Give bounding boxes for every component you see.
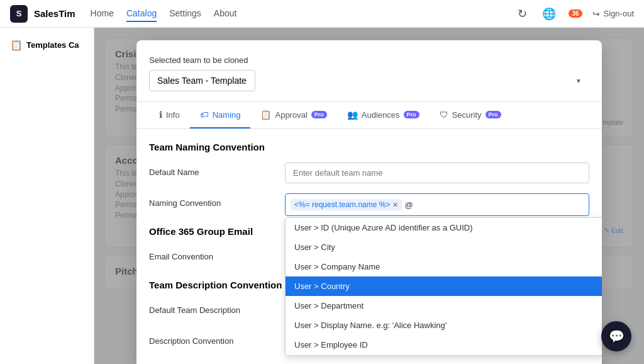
naming-tag: <%= request.team.name %> ✕	[291, 199, 402, 210]
nav-settings[interactable]: Settings	[169, 6, 201, 22]
desc-convention-label: Description Convention	[149, 331, 275, 346]
sidebar-icon: 📋	[10, 39, 23, 51]
approval-pro-badge: Pro	[311, 111, 327, 118]
tab-naming[interactable]: 🏷 Naming	[190, 102, 251, 128]
security-tab-icon: 🛡	[440, 110, 448, 120]
nav-home[interactable]: Home	[91, 6, 114, 22]
naming-tag-close[interactable]: ✕	[392, 201, 398, 209]
team-select-row: Sales Team - Template	[149, 70, 589, 91]
naming-convention-row: Naming Convention <%= request.team.name …	[149, 193, 589, 216]
team-select[interactable]: Sales Team - Template	[149, 70, 255, 91]
dropdown-item-7[interactable]: User > Given Name	[286, 355, 602, 356]
nav-catalog[interactable]: Catalog	[126, 6, 157, 22]
dropdown-item-5[interactable]: User > Display Name. e.g: 'Alice Hawking…	[286, 316, 602, 335]
globe-icon[interactable]: 🌐	[540, 4, 558, 23]
main-content: Crisis Manag... This temp...Cloned T...A…	[94, 28, 644, 364]
at-symbol: @	[404, 200, 413, 210]
chat-icon: 💬	[609, 329, 625, 344]
team-select-wrapper: Sales Team - Template	[149, 70, 589, 91]
approval-tab-icon: 📋	[260, 110, 271, 120]
sign-out-icon: ↪	[592, 9, 600, 19]
layout: 📋 Templates Ca Crisis Manag... This temp…	[0, 28, 644, 364]
navbar: S SalesTim Home Catalog Settings About ↻…	[0, 0, 644, 28]
security-pro-badge: Pro	[486, 111, 501, 118]
audiences-tab-icon: 👥	[347, 110, 358, 120]
info-tab-icon: ℹ	[159, 110, 162, 120]
modal-overlay: Selected team to be cloned Sales Team - …	[94, 28, 644, 364]
naming-section-title: Team Naming Convention	[149, 142, 589, 152]
modal-dialog: Selected team to be cloned Sales Team - …	[136, 40, 602, 364]
tab-security[interactable]: 🛡 Security Pro	[430, 102, 511, 128]
sidebar: 📋 Templates Ca	[0, 28, 94, 364]
modal-tabs: ℹ Info 🏷 Naming 📋 Approval Pro 👥 Au	[136, 102, 602, 129]
modal-body: Team Naming Convention Default Name Nami…	[136, 129, 602, 364]
user-count-badge: 36	[569, 9, 582, 18]
dropdown-item-6[interactable]: User > Employee ID	[286, 335, 602, 355]
naming-dropdown: User > ID (Unique Azure AD identifier as…	[285, 217, 602, 356]
nav-about[interactable]: About	[214, 6, 237, 22]
naming-convention-label: Naming Convention	[149, 193, 275, 208]
audiences-pro-badge: Pro	[404, 111, 419, 118]
dropdown-item-0[interactable]: User > ID (Unique Azure AD identifier as…	[286, 218, 602, 237]
default-name-input[interactable]	[285, 162, 589, 183]
dropdown-item-4[interactable]: User > Department	[286, 296, 602, 316]
default-desc-label: Default Team Description	[149, 300, 275, 315]
naming-tag-input[interactable]: <%= request.team.name %> ✕ @	[285, 193, 589, 216]
naming-tag-container: <%= request.team.name %> ✕ @ User > ID (…	[285, 193, 589, 216]
modal-top: Selected team to be cloned Sales Team - …	[136, 40, 602, 102]
nav-logo: S	[10, 5, 28, 23]
dropdown-item-1[interactable]: User > City	[286, 237, 602, 257]
sign-out-button[interactable]: ↪ Sign-out	[592, 9, 634, 19]
default-name-row: Default Name	[149, 162, 589, 183]
tab-approval[interactable]: 📋 Approval Pro	[250, 102, 336, 128]
nav-brand: SalesTim	[34, 8, 75, 19]
dropdown-item-2[interactable]: User > Company Name	[286, 257, 602, 276]
selected-team-label: Selected team to be cloned	[149, 55, 248, 65]
chat-button[interactable]: 💬	[601, 321, 631, 351]
email-label: Email Convention	[149, 247, 275, 261]
nav-right: ↻ 🌐 36 ↪ Sign-out	[515, 4, 634, 23]
tab-audiences[interactable]: 👥 Audiences Pro	[337, 102, 430, 128]
refresh-icon[interactable]: ↻	[515, 4, 530, 23]
dropdown-item-3[interactable]: User > Country	[286, 276, 602, 296]
tab-info[interactable]: ℹ Info	[149, 102, 190, 128]
selected-team-row: Selected team to be cloned	[149, 55, 589, 65]
nav-links: Home Catalog Settings About	[91, 6, 237, 22]
default-name-label: Default Name	[149, 162, 275, 177]
naming-tab-icon: 🏷	[200, 110, 209, 120]
sidebar-header: 📋 Templates Ca	[5, 35, 89, 55]
